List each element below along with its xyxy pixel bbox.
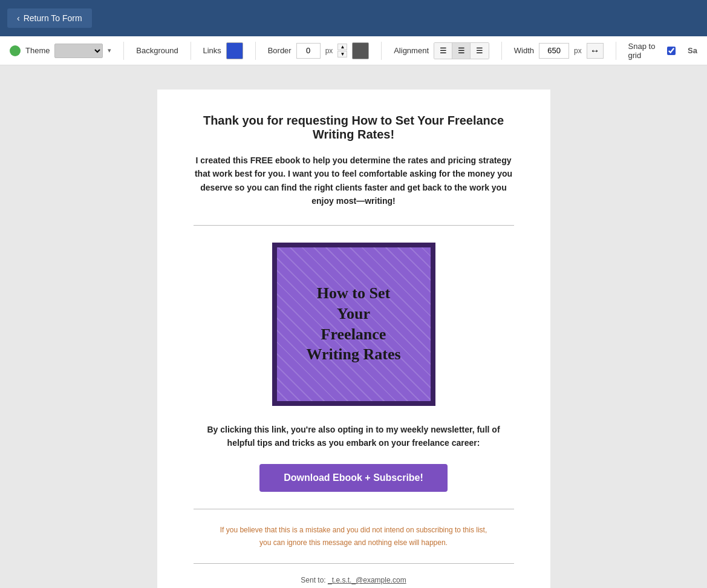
sent-to: Sent to: _t.e.s.t._@example.com xyxy=(194,576,514,584)
align-center-button[interactable]: ☰ xyxy=(452,43,471,59)
save-button[interactable]: Sa xyxy=(688,46,697,55)
chevron-down-icon: ▾ xyxy=(108,47,111,54)
snap-to-grid-label: Snap to grid xyxy=(628,42,662,60)
download-subscribe-button[interactable]: Download Ebook + Subscribe! xyxy=(259,464,448,492)
width-px-label: px xyxy=(574,47,582,55)
separator-2 xyxy=(191,42,191,60)
sent-to-label: Sent to: xyxy=(301,576,325,584)
snap-to-grid-group: Snap to grid xyxy=(628,42,676,60)
email-container: Thank you for requesting How to Set Your… xyxy=(157,90,550,588)
back-arrow-icon: ‹ xyxy=(17,13,20,23)
divider-3 xyxy=(194,563,514,564)
email-intro: I created this FREE ebook to help you de… xyxy=(194,154,514,208)
border-px-label: px xyxy=(325,47,333,55)
theme-dropdown[interactable] xyxy=(54,44,103,58)
theme-color-indicator xyxy=(10,45,21,56)
width-input[interactable]: 650 xyxy=(539,43,569,59)
alignment-buttons: ☰ ☰ ☰ xyxy=(434,42,489,59)
align-right-button[interactable]: ☰ xyxy=(471,43,489,59)
border-spinner: ▲ ▼ xyxy=(337,44,347,57)
alignment-group: Alignment ☰ ☰ ☰ xyxy=(394,42,489,59)
divider-1 xyxy=(194,225,514,226)
separator-3 xyxy=(255,42,256,60)
links-color-swatch[interactable] xyxy=(226,42,243,59)
links-group: Links xyxy=(203,42,243,59)
snap-to-grid-checkbox[interactable] xyxy=(667,45,676,56)
border-value-input[interactable]: 0 xyxy=(296,43,321,59)
border-label: Border xyxy=(268,46,292,55)
border-color-swatch[interactable] xyxy=(352,42,369,59)
newsletter-text: By clicking this link, you're also optin… xyxy=(194,423,514,450)
toolbar: Theme ▾ Background Links Border 0 px ▲ ▼… xyxy=(0,36,707,65)
return-to-form-button[interactable]: ‹ Return To Form xyxy=(7,8,92,28)
separator-4 xyxy=(381,42,382,60)
sent-to-email[interactable]: _t.e.s.t._@example.com xyxy=(328,576,406,584)
alignment-label: Alignment xyxy=(394,46,429,55)
theme-group: Theme ▾ xyxy=(10,44,111,58)
email-title: Thank you for requesting How to Set Your… xyxy=(194,114,514,142)
background-group: Background xyxy=(136,46,178,55)
background-label: Background xyxy=(136,46,178,55)
return-btn-label: Return To Form xyxy=(24,13,82,23)
ebook-title-text: How to Set Your Freelance Writing Rates xyxy=(300,277,406,371)
width-label: Width xyxy=(514,46,534,55)
ebook-cover: How to Set Your Freelance Writing Rates xyxy=(194,243,514,406)
width-resize-button[interactable]: ↔ xyxy=(587,43,604,59)
width-group: Width 650 px ↔ xyxy=(514,43,604,59)
separator-6 xyxy=(616,42,616,60)
main-content: Thank you for requesting How to Set Your… xyxy=(0,65,707,588)
border-group: Border 0 px ▲ ▼ xyxy=(268,42,370,59)
border-decrement-button[interactable]: ▼ xyxy=(337,51,347,57)
separator-5 xyxy=(501,42,502,60)
ebook-image: How to Set Your Freelance Writing Rates xyxy=(272,243,435,406)
theme-label: Theme xyxy=(25,46,50,55)
align-left-button[interactable]: ☰ xyxy=(434,43,452,59)
header: ‹ Return To Form xyxy=(0,0,707,36)
links-label: Links xyxy=(203,46,221,55)
border-increment-button[interactable]: ▲ xyxy=(337,44,347,50)
divider-2 xyxy=(194,509,514,509)
mistake-text: If you believe that this is a mistake an… xyxy=(194,524,514,549)
separator-1 xyxy=(123,42,124,60)
